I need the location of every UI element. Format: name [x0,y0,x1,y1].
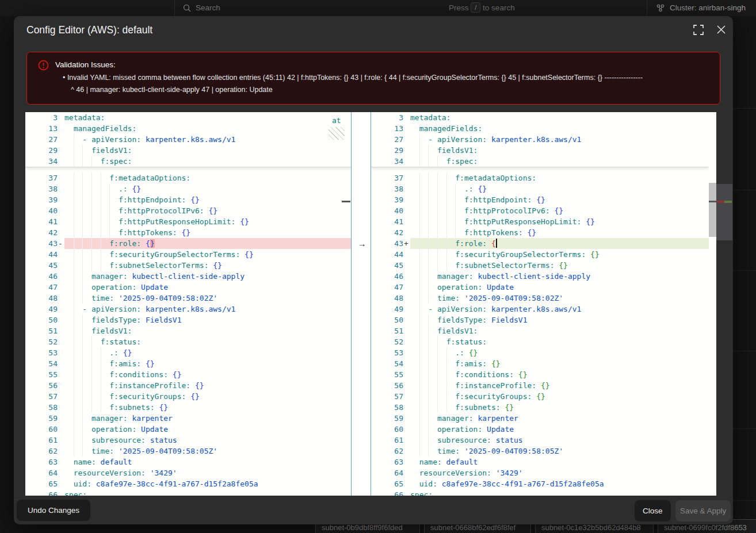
code-line[interactable]: 57 f:securityGroups: {} [25,391,351,402]
code-line[interactable]: 46 manager: kubectl-client-side-apply [371,271,709,282]
diff-mark [403,123,410,134]
code-line[interactable]: 60 operation: Update [371,424,709,435]
cluster-selector[interactable]: Cluster: anirban-singh [670,0,746,16]
code-line[interactable]: 40 f:httpProtocolIPv6: {} [25,205,351,216]
undo-changes-button[interactable]: Undo Changes [17,500,90,521]
save-apply-button[interactable]: Save & Apply [675,500,731,522]
code-line[interactable]: 40 f:httpProtocolIPv6: {} [371,205,709,216]
code-line[interactable]: 66spec: [25,489,351,496]
line-number: 47 [25,282,58,293]
code-line[interactable]: 62 time: '2025-09-04T09:58:05Z' [25,446,351,457]
line-number: 61 [371,435,403,446]
indent-guide [437,183,438,194]
code-line[interactable]: 55 f:conditions: {} [25,369,351,380]
overview-viewport-slider[interactable] [716,184,732,240]
line-number: 40 [371,205,403,216]
code-line[interactable]: 65 uid: c8afe97e-38cc-4f91-a767-d15f2a8f… [25,478,351,489]
indent-guide [446,402,447,413]
code-line[interactable]: 56 f:instanceProfile: {} [371,380,709,391]
editor-scrollbar [709,112,716,496]
indent-guide [82,315,83,325]
original-editor-pane[interactable]: 37 f:metadataOptions:38 .: {}39 f:httpEn… [25,112,351,496]
code-line[interactable]: 48 time: '2025-09-04T09:58:02Z' [371,293,709,304]
code-line[interactable]: 61 subresource: status [371,435,709,446]
line-number: 58 [25,402,58,413]
code-line[interactable]: 51 fieldsV1: [25,325,351,336]
close-modal-button[interactable] [716,25,730,39]
code-line[interactable]: 44 f:securityGroupSelectorTerms: {} [25,249,351,260]
code-line[interactable]: 50 fieldsType: FieldsV1 [371,315,709,325]
code-line[interactable]: 66spec: [371,489,709,496]
code-line[interactable]: 65 uid: c8afe97e-38cc-4f91-a767-d15f2a8f… [371,478,709,489]
code-line[interactable]: 47 operation: Update [371,282,709,293]
code-line[interactable]: 39 f:httpEndpoint: {} [25,194,351,205]
code-line[interactable]: 41 f:httpPutResponseHopLimit: {} [371,216,709,227]
code-line[interactable]: 37 f:metadataOptions: [25,172,351,183]
search-icon [183,4,191,12]
code-line[interactable]: 49 - apiVersion: karpenter.k8s.aws/v1 [371,304,709,315]
code-line[interactable]: 64 resourceVersion: '3429' [25,467,351,478]
code-line[interactable]: 41 f:httpPutResponseHopLimit: {} [25,216,351,227]
code-line[interactable]: 48 time: '2025-09-04T09:58:02Z' [25,293,351,304]
code-line[interactable]: 38 .: {} [371,183,709,194]
code-line[interactable]: 59 manager: karpenter [371,413,709,424]
code-text: f:subnetSelectorTerms: {} [64,260,351,271]
code-line[interactable]: 50 fieldsType: FieldsV1 [25,315,351,325]
diff-mark [403,145,410,156]
code-line[interactable]: 39 f:httpEndpoint: {} [371,194,709,205]
code-line[interactable]: 58 f:subnets: {} [25,402,351,413]
code-line[interactable]: 49 - apiVersion: karpenter.k8s.aws/v1 [25,304,351,315]
code-line[interactable]: 63 name: default [371,457,709,467]
modified-editor-pane[interactable]: 37 f:metadataOptions:38 .: {}39 f:httpEn… [371,112,709,496]
code-line[interactable]: 54 f:amis: {} [25,358,351,369]
code-line[interactable]: 37 f:metadataOptions: [371,172,709,183]
indent-guide [419,391,420,402]
line-number: 41 [371,216,403,227]
code-line[interactable]: 59 manager: karpenter [25,413,351,424]
code-line[interactable]: 43+ f:role: { [371,238,709,249]
indent-guide [82,194,83,205]
code-line[interactable]: 38 .: {} [25,183,351,194]
code-line[interactable]: 43- f:role: {} [25,238,351,249]
code-line[interactable]: 52 f:status: [25,336,351,347]
code-line[interactable]: 47 operation: Update [25,282,351,293]
code-line[interactable]: 53 .: {} [371,347,709,358]
code-line[interactable]: 46 manager: kubectl-client-side-apply [25,271,351,282]
code-line[interactable]: 62 time: '2025-09-04T09:58:05Z' [371,446,709,457]
diff-mark [58,112,64,123]
code-line[interactable]: 51 fieldsV1: [371,325,709,336]
code-line[interactable]: 55 f:conditions: {} [371,369,709,380]
indent-guide [428,282,429,293]
code-line[interactable]: 61 subresource: status [25,435,351,446]
indent-guide [74,325,74,336]
revert-change-arrow-button[interactable]: → [356,238,368,249]
diff-overview-ruler[interactable] [716,112,732,496]
line-number: 56 [371,380,403,391]
code-line[interactable]: 64 resourceVersion: '3429' [371,467,709,478]
scrollbar-thumb[interactable] [709,183,716,237]
code-line[interactable]: 42 f:httpTokens: {} [25,227,351,238]
code-line[interactable]: 42 f:httpTokens: {} [371,227,709,238]
code-line[interactable]: 57 f:securityGroups: {} [371,391,709,402]
code-line[interactable]: 56 f:instanceProfile: {} [25,380,351,391]
code-line[interactable]: 44 f:securityGroupSelectorTerms: {} [371,249,709,260]
diff-mark [403,446,410,457]
code-line[interactable]: 63 name: default [25,457,351,467]
code-text: resourceVersion: '3429' [64,467,351,478]
diff-mark [403,249,410,260]
code-line[interactable]: 60 operation: Update [25,424,351,435]
diff-mark [58,478,64,489]
code-line[interactable]: 54 f:amis: {} [371,358,709,369]
indent-guide [82,380,83,391]
diff-mark [403,172,410,183]
close-button[interactable]: Close [635,500,671,522]
diff-mark [58,123,64,134]
indent-guide [428,347,429,358]
code-line[interactable]: 52 f:status: [371,336,709,347]
fullscreen-button[interactable] [693,24,707,38]
search-input[interactable]: Search [196,0,220,16]
code-line[interactable]: 45 f:subnetSelectorTerms: {} [371,260,709,271]
code-line[interactable]: 45 f:subnetSelectorTerms: {} [25,260,351,271]
code-line[interactable]: 53 .: {} [25,347,351,358]
code-line[interactable]: 58 f:subnets: {} [371,402,709,413]
